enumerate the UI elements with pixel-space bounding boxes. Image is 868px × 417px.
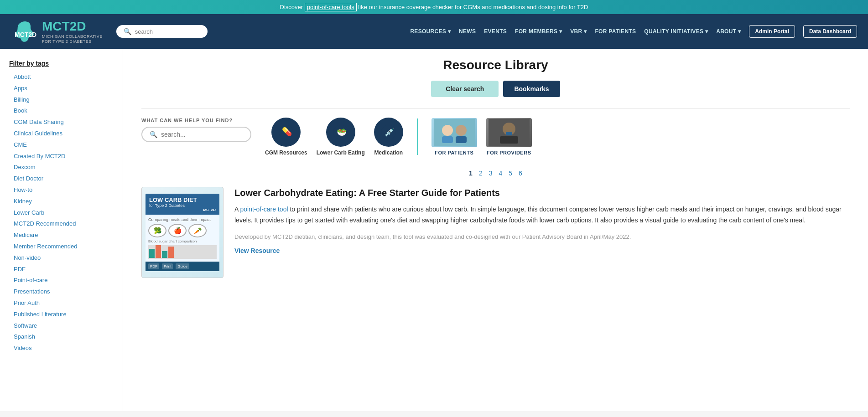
cat-lower-carb[interactable]: 🥗 Lower Carb Eating	[317, 118, 365, 156]
sidebar-item-software[interactable]: Software	[9, 320, 114, 332]
sidebar-item-apps[interactable]: Apps	[9, 83, 114, 94]
sidebar-item-poc[interactable]: Point-of-care	[9, 275, 114, 286]
sidebar-item-member-rec[interactable]: Member Recommended	[9, 241, 114, 252]
sidebar-item-cgm-data[interactable]: CGM Data Sharing	[9, 117, 114, 128]
sidebar: Filter by tags Abbott Apps Billing Book …	[0, 49, 123, 411]
sidebar-item-medicare[interactable]: Medicare	[9, 230, 114, 241]
page-title: Resource Library	[141, 58, 850, 72]
sidebar-item-prior-auth[interactable]: Prior Auth	[9, 298, 114, 309]
cat-for-providers[interactable]: FOR PROVIDERS	[486, 118, 532, 155]
desc-body: to print and share with patients who are…	[234, 206, 842, 224]
pagination: 1 2 3 4 5 6	[141, 169, 850, 178]
search-icon: 🔍	[124, 28, 131, 35]
cat-for-patients[interactable]: FOR PATIENTS	[431, 118, 477, 155]
sidebar-item-videos[interactable]: Videos	[9, 343, 114, 354]
thumb-inner: LOW CARB DIET for Type 2 Diabetes MCT2D …	[142, 190, 223, 275]
nav-vbr[interactable]: VBR ▾	[570, 28, 587, 35]
sidebar-item-abbott[interactable]: Abbott	[9, 72, 114, 83]
view-resource-link[interactable]: View Resource	[234, 247, 280, 254]
page-2[interactable]: 2	[477, 169, 484, 178]
plate-1: 🥦	[148, 224, 166, 237]
sidebar-item-cme[interactable]: CME	[9, 139, 114, 151]
page-4[interactable]: 4	[497, 169, 504, 178]
nav-resources[interactable]: RESOURCES ▾	[410, 28, 451, 35]
svg-text:💉: 💉	[385, 127, 395, 137]
search-label: WHAT CAN WE HELP YOU FIND?	[141, 118, 251, 123]
sidebar-item-spanish[interactable]: Spanish	[9, 331, 114, 343]
main-nav: RESOURCES ▾ NEWS EVENTS FOR MEMBERS ▾ VB…	[410, 25, 857, 38]
sidebar-item-kidney[interactable]: Kidney	[9, 196, 114, 207]
logo-svg: MCT2D	[11, 18, 38, 45]
nav-quality[interactable]: QUALITY INITIATIVES ▾	[644, 28, 708, 35]
cat-medication[interactable]: 💉 Medication	[374, 118, 403, 156]
cat-medication-circle: 💉	[374, 118, 403, 147]
resource-search-input[interactable]	[161, 131, 243, 138]
sidebar-item-howto[interactable]: How-to	[9, 185, 114, 196]
cat-medication-label: Medication	[374, 149, 403, 156]
header-search-input[interactable]	[135, 28, 200, 35]
thumb-body-text: Comparing meals and their impact	[148, 217, 217, 222]
thumb-chart	[148, 245, 217, 259]
desc-link[interactable]: point-of-care tool	[240, 206, 288, 213]
sidebar-item-clinical[interactable]: Clinical Guidelines	[9, 128, 114, 139]
svg-point-10	[456, 125, 467, 136]
nav-for-patients[interactable]: FOR PATIENTS	[595, 28, 636, 35]
page-6[interactable]: 6	[517, 169, 524, 178]
sidebar-item-lowercarb[interactable]: Lower Carb	[9, 207, 114, 219]
resource-thumbnail: LOW CARB DIET for Type 2 Diabetes MCT2D …	[141, 187, 223, 278]
button-row: Clear search Bookmarks	[141, 81, 850, 97]
resource-info: Lower Carbohydrate Eating: A Free Starte…	[234, 187, 850, 278]
sidebar-item-diet[interactable]: Diet Doctor	[9, 173, 114, 185]
cat-for-providers-label: FOR PROVIDERS	[487, 150, 531, 155]
bar-3	[162, 251, 167, 258]
svg-text:MCT2D: MCT2D	[15, 31, 36, 38]
main-container: Filter by tags Abbott Apps Billing Book …	[0, 49, 868, 411]
data-dashboard-button[interactable]: Data Dashboard	[803, 25, 857, 38]
content-area: Resource Library Clear search Bookmarks …	[123, 49, 868, 411]
category-divider	[417, 118, 418, 155]
thumb-chart-label: Blood sugar chart comparison	[148, 239, 217, 243]
bar-2	[156, 245, 161, 258]
resource-title: Lower Carbohydrate Eating: A Free Starte…	[234, 187, 850, 199]
logo-acronym: MCT2D	[42, 19, 103, 34]
logo-text: MCT2D MICHIGAN COLLABORATIVE FOR TYPE 2 …	[42, 19, 103, 44]
resource-description: A point-of-care tool to print and share …	[234, 204, 850, 226]
page-3[interactable]: 3	[487, 169, 494, 178]
nav-about[interactable]: ABOUT ▾	[716, 28, 741, 35]
banner-text-after: like our insurance coverage checker for …	[357, 4, 588, 10]
sidebar-item-created[interactable]: Created By MCT2D	[9, 151, 114, 162]
sidebar-item-mct2d-rec[interactable]: MCT2D Recommended	[9, 218, 114, 230]
sidebar-item-pdf[interactable]: PDF	[9, 264, 114, 275]
cgm-icon: 💊	[278, 124, 294, 140]
svg-rect-7	[434, 119, 475, 146]
clear-search-button[interactable]: Clear search	[431, 81, 499, 97]
cat-cgm[interactable]: 💊 CGM Resources	[265, 118, 307, 156]
sidebar-item-presentations[interactable]: Presentations	[9, 286, 114, 298]
search-input-wrap[interactable]: 🔍	[141, 127, 251, 142]
thumb-body: Comparing meals and their impact 🥦 🍎 🥕 B…	[146, 215, 219, 262]
svg-text:💊: 💊	[282, 127, 292, 137]
logo-area: MCT2D MCT2D MICHIGAN COLLABORATIVE FOR T…	[11, 18, 103, 45]
cat-cgm-label: CGM Resources	[265, 149, 307, 156]
page-5[interactable]: 5	[507, 169, 514, 178]
sidebar-title: Filter by tags	[9, 60, 114, 67]
banner-link[interactable]: point-of-care tools	[305, 3, 357, 11]
sidebar-item-book[interactable]: Book	[9, 105, 114, 117]
header-search-box[interactable]: 🔍	[116, 25, 208, 38]
bar-1	[149, 249, 155, 258]
nav-events[interactable]: EVENTS	[484, 28, 507, 35]
page-1[interactable]: 1	[467, 169, 474, 178]
logo-sub1: MICHIGAN COLLABORATIVE	[42, 34, 103, 39]
thumb-subtitle: for Type 2 Diabetes	[149, 203, 216, 208]
sidebar-item-pub-lit[interactable]: Published Literature	[9, 309, 114, 320]
sidebar-item-non-video[interactable]: Non-video	[9, 252, 114, 264]
category-icons: 💊 CGM Resources 🥗 Lower Carb Eating	[265, 118, 850, 156]
cat-for-patients-img	[431, 118, 477, 147]
nav-news[interactable]: NEWS	[459, 28, 476, 35]
sidebar-item-dexcom[interactable]: Dexcom	[9, 162, 114, 173]
svg-point-8	[442, 125, 453, 136]
nav-for-members[interactable]: FOR MEMBERS ▾	[515, 28, 562, 35]
admin-portal-button[interactable]: Admin Portal	[749, 25, 795, 38]
bookmarks-button[interactable]: Bookmarks	[503, 81, 560, 97]
sidebar-item-billing[interactable]: Billing	[9, 94, 114, 106]
